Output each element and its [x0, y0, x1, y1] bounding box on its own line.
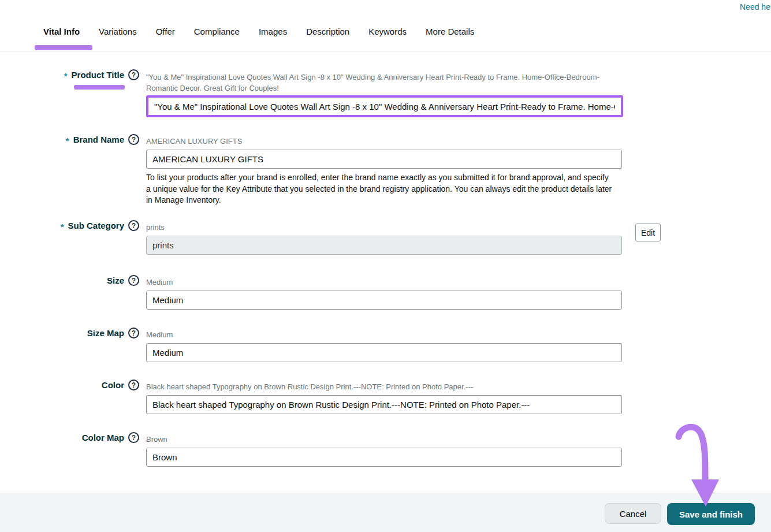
size-map-label: Size Map — [87, 328, 124, 338]
color-map-label: Color Map — [82, 433, 124, 442]
tab-description[interactable]: Description — [306, 27, 349, 36]
edit-button[interactable]: Edit — [635, 224, 661, 241]
need-help-link[interactable]: Need help? — [740, 2, 771, 12]
help-icon[interactable]: ? — [128, 69, 139, 80]
tab-offer[interactable]: Offer — [156, 27, 175, 36]
size-helper: Medium — [146, 277, 622, 288]
required-asterisk: * — [64, 71, 68, 81]
active-tab-highlight — [35, 45, 92, 50]
tab-variations[interactable]: Variations — [99, 27, 137, 36]
tab-list: Vital Info Variations Offer Compliance I… — [43, 27, 474, 36]
color-input[interactable] — [146, 395, 622, 414]
brand-name-note: To list your products after your brand i… — [146, 172, 615, 206]
size-input[interactable] — [146, 291, 622, 310]
product-title-label: Product Title — [72, 70, 124, 80]
cancel-button[interactable]: Cancel — [605, 503, 661, 524]
tab-bar: Need help? Vital Info Variations Offer C… — [0, 0, 771, 51]
tab-keywords[interactable]: Keywords — [368, 27, 407, 36]
size-map-helper: Medium — [146, 330, 622, 340]
tab-more-details[interactable]: More Details — [426, 27, 474, 36]
product-title-input-highlight — [146, 95, 623, 117]
product-title-helper: "You & Me" Inspirational Love Quotes Wal… — [146, 72, 622, 94]
product-title-label-highlight — [74, 85, 125, 90]
help-icon[interactable]: ? — [128, 275, 139, 286]
help-icon[interactable]: ? — [128, 432, 139, 443]
brand-name-helper: AMERICAN LUXURY GIFTS — [146, 136, 622, 147]
color-map-helper: Brown — [146, 434, 622, 445]
required-asterisk: * — [61, 222, 64, 232]
help-icon[interactable]: ? — [128, 380, 139, 390]
help-icon[interactable]: ? — [128, 328, 139, 338]
sub-category-helper: prints — [146, 222, 622, 233]
color-helper: Black heart shaped Typography on Brown R… — [146, 382, 622, 392]
tab-images[interactable]: Images — [259, 27, 287, 36]
color-map-input[interactable] — [146, 448, 622, 467]
sub-category-label: Sub Category — [68, 221, 124, 230]
brand-name-label: Brand Name — [73, 135, 124, 144]
required-asterisk: * — [66, 136, 69, 146]
help-icon[interactable]: ? — [128, 220, 139, 231]
sub-category-input — [146, 236, 622, 255]
tab-vital-info[interactable]: Vital Info — [43, 27, 80, 36]
help-icon[interactable]: ? — [128, 134, 139, 145]
color-label: Color — [102, 380, 124, 390]
product-title-input[interactable] — [148, 98, 621, 115]
size-label: Size — [107, 276, 124, 285]
size-map-input[interactable] — [146, 343, 622, 362]
brand-name-input[interactable] — [146, 150, 622, 169]
tab-compliance[interactable]: Compliance — [194, 27, 240, 36]
footer-bar: Cancel Save and finish — [0, 493, 771, 532]
save-and-finish-button[interactable]: Save and finish — [667, 503, 755, 525]
